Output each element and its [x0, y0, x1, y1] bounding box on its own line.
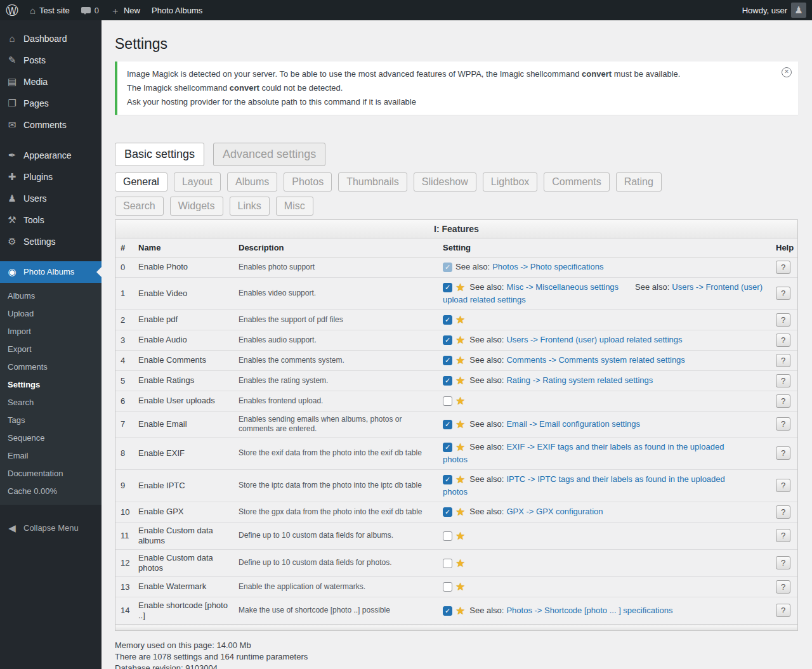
- submenu-item-settings[interactable]: Settings: [0, 376, 102, 394]
- subtab-rating[interactable]: Rating: [616, 172, 662, 192]
- setting-checkbox[interactable]: [443, 283, 452, 292]
- see-also-link[interactable]: Email -> Email configuration settings: [506, 419, 640, 429]
- subtab-links[interactable]: Links: [230, 197, 270, 216]
- new-content-menu[interactable]: ＋ New: [105, 0, 146, 20]
- sidebar-item-posts[interactable]: ✎Posts: [0, 49, 102, 71]
- help-button[interactable]: ?: [776, 505, 790, 519]
- see-also-link[interactable]: Comments -> Comments system related sett…: [506, 355, 684, 365]
- help-button[interactable]: ?: [776, 604, 790, 617]
- submenu-item-export[interactable]: Export: [0, 341, 102, 358]
- subtab-photos[interactable]: Photos: [284, 172, 332, 192]
- help-button[interactable]: ?: [776, 374, 790, 387]
- subtab-comments[interactable]: Comments: [544, 172, 609, 192]
- sidebar-item-settings[interactable]: ⚙Settings: [0, 231, 102, 252]
- submenu-item-sequence[interactable]: Sequence: [0, 429, 102, 447]
- see-also-link[interactable]: Rating -> Rating system related settings: [506, 375, 653, 385]
- row-number: 0: [115, 257, 133, 277]
- setting-checkbox[interactable]: [443, 396, 452, 406]
- row-number: 3: [115, 330, 133, 350]
- wordpress-menu[interactable]: Ⓦ: [0, 0, 24, 20]
- setting-checkbox[interactable]: [443, 315, 452, 325]
- photo-albums-toolbar-item[interactable]: Photo Albums: [146, 0, 208, 20]
- sidebar-item-plugins[interactable]: ✚Plugins: [0, 166, 102, 188]
- subtab-slideshow[interactable]: Slideshow: [414, 172, 476, 192]
- see-also-link[interactable]: Misc -> Miscellaneous settings: [506, 282, 619, 292]
- star-icon: ★: [455, 605, 465, 617]
- sidebar-item-comments[interactable]: ✉Comments: [0, 114, 102, 136]
- dashboard-icon: ⌂: [6, 33, 18, 44]
- help-button[interactable]: ?: [776, 354, 790, 367]
- setting-checkbox[interactable]: [443, 582, 452, 592]
- help-button[interactable]: ?: [776, 580, 790, 594]
- submenu-item-documentation[interactable]: Documentation: [0, 465, 102, 483]
- help-button[interactable]: ?: [776, 479, 790, 492]
- sidebar-item-pages[interactable]: ❐Pages: [0, 93, 102, 114]
- submenu-item-comments[interactable]: Comments: [0, 358, 102, 376]
- subtab-general[interactable]: General: [115, 172, 167, 192]
- setting-checkbox[interactable]: [443, 335, 452, 345]
- subtab-row-1: GeneralLayoutAlbumsPhotosThumbnailsSlide…: [115, 172, 798, 192]
- see-also-link[interactable]: Photos -> Photo specifications: [492, 262, 603, 271]
- plugins-icon: ✚: [6, 171, 18, 183]
- submenu-item-search[interactable]: Search: [0, 394, 102, 412]
- subtab-thumbnails[interactable]: Thumbnails: [338, 172, 407, 192]
- help-button[interactable]: ?: [776, 334, 790, 347]
- sidebar-item-media[interactable]: ▤Media: [0, 71, 102, 93]
- submenu-item-cache-0-00[interactable]: Cache 0.00%: [0, 483, 102, 500]
- subtab-lightbox[interactable]: Lightbox: [483, 172, 538, 192]
- see-also: See also:IPTC -> IPTC tags and their lab…: [443, 474, 725, 497]
- setting-checkbox[interactable]: [443, 356, 452, 365]
- my-account-menu[interactable]: Howdy, user ♟: [737, 0, 812, 20]
- row-number: 6: [115, 391, 133, 411]
- help-button[interactable]: ?: [776, 261, 790, 274]
- setting-checkbox[interactable]: [443, 531, 452, 541]
- submenu-item-email[interactable]: Email: [0, 447, 102, 465]
- setting-checkbox[interactable]: [443, 443, 452, 452]
- see-also-link[interactable]: Photos -> Shortcode [photo ... ] specifi…: [506, 606, 672, 615]
- sidebar-item-tools[interactable]: ⚒Tools: [0, 209, 102, 231]
- subtab-albums[interactable]: Albums: [227, 172, 277, 192]
- dismiss-notice-button[interactable]: ✕: [782, 67, 792, 77]
- see-also-label: See also:: [469, 375, 504, 385]
- help-button[interactable]: ?: [776, 446, 790, 460]
- setting-name: Enable Watermark: [133, 576, 233, 597]
- sidebar-item-dashboard[interactable]: ⌂Dashboard: [0, 28, 102, 49]
- tab-advanced-settings[interactable]: Advanced settings: [213, 143, 325, 166]
- submenu-item-import[interactable]: Import: [0, 323, 102, 341]
- setting-checkbox[interactable]: [443, 376, 452, 386]
- subtab-widgets[interactable]: Widgets: [170, 197, 223, 216]
- help-button[interactable]: ?: [776, 287, 790, 300]
- see-also-link[interactable]: GPX -> GPX configuration: [506, 507, 603, 516]
- setting-checkbox[interactable]: [443, 507, 452, 517]
- subtab-layout[interactable]: Layout: [174, 172, 221, 192]
- see-also-link[interactable]: Users -> Frontend (user) upload related …: [506, 335, 682, 344]
- tab-basic-settings[interactable]: Basic settings: [115, 143, 204, 166]
- setting-description: Define up to 10 custom data fields for p…: [233, 549, 438, 576]
- collapse-menu-button[interactable]: ◀ Collapse Menu: [0, 517, 102, 539]
- photo-albums-icon: ◉: [6, 266, 18, 278]
- row-number: 13: [115, 576, 133, 597]
- avatar: ♟: [791, 3, 806, 18]
- setting-checkbox[interactable]: [443, 559, 452, 568]
- help-button[interactable]: ?: [776, 313, 790, 327]
- table-row: 8Enable EXIFStore the exif data from the…: [115, 437, 797, 469]
- sidebar-item-appearance[interactable]: ✒Appearance: [0, 145, 102, 166]
- subtab-misc[interactable]: Misc: [276, 197, 313, 216]
- comments-shortcut[interactable]: 0: [75, 0, 105, 20]
- help-button[interactable]: ?: [776, 529, 790, 542]
- sidebar-item-photo-albums[interactable]: ◉ Photo Albums: [0, 261, 102, 283]
- setting-checkbox[interactable]: [443, 606, 452, 616]
- setting-checkbox[interactable]: [443, 420, 452, 429]
- help-button[interactable]: ?: [776, 417, 790, 431]
- site-menu[interactable]: ⌂ Test site: [24, 0, 75, 20]
- submenu-item-upload[interactable]: Upload: [0, 305, 102, 323]
- help-button[interactable]: ?: [776, 556, 790, 569]
- subtab-search[interactable]: Search: [115, 197, 164, 216]
- submenu-item-tags[interactable]: Tags: [0, 412, 102, 429]
- sidebar-item-label: Comments: [23, 119, 67, 131]
- submenu-item-albums[interactable]: Albums: [0, 287, 102, 305]
- setting-checkbox[interactable]: [443, 475, 452, 484]
- sidebar-item-users[interactable]: ♟Users: [0, 188, 102, 209]
- help-button[interactable]: ?: [776, 394, 790, 408]
- setting-name: Enable EXIF: [133, 437, 233, 469]
